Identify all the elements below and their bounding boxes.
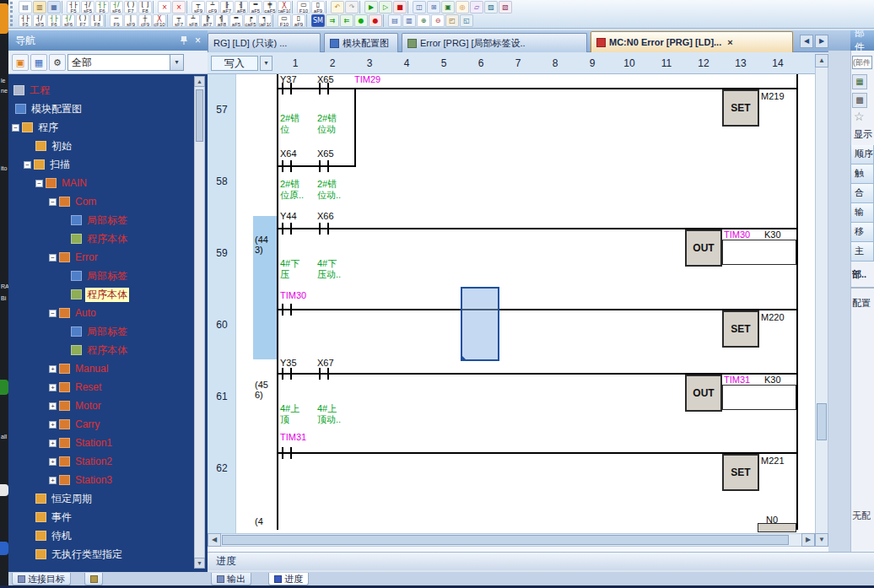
toolbar-icon[interactable]: ┬sF9 bbox=[192, 1, 205, 13]
toolbar-icon[interactable]: ↶ bbox=[331, 1, 344, 13]
tree-expand-toggle[interactable]: − bbox=[24, 161, 31, 169]
contact-x66[interactable] bbox=[319, 223, 329, 235]
toolbar-icon[interactable]: ┤/sF5 bbox=[81, 1, 94, 13]
toolbar-icon[interactable]: ╕caF10 bbox=[258, 14, 272, 27]
toolbar-icon[interactable]: ┤/sF5 bbox=[33, 14, 46, 27]
tab-scroll-left-button[interactable]: ◀ bbox=[800, 35, 813, 48]
nav-tree-item[interactable]: + Motor bbox=[8, 396, 192, 415]
toolbar-icon[interactable]: ⊕ bbox=[417, 14, 430, 27]
nav-tree-item[interactable]: + Station2 bbox=[8, 452, 192, 471]
toolbar-icon[interactable]: ┤├F6 bbox=[95, 1, 109, 13]
toolbar-icon[interactable]: ┤├F6 bbox=[47, 14, 61, 27]
contact-x65[interactable] bbox=[319, 83, 329, 94]
toolbar-icon[interactable]: ╢aF8 bbox=[235, 1, 248, 13]
nav-tree-item[interactable]: 程序本体 bbox=[8, 229, 192, 248]
tree-expand-toggle[interactable]: + bbox=[49, 477, 57, 484]
set-coil-m221[interactable]: SET bbox=[722, 454, 759, 491]
panel-splitter[interactable] bbox=[828, 51, 850, 552]
toolbar-icon[interactable]: ╠aF7 bbox=[201, 14, 214, 27]
element-category-row[interactable]: 输 bbox=[850, 203, 874, 223]
nav-sort-icon[interactable]: ▦ bbox=[30, 54, 47, 71]
toolbar-drag-handle[interactable] bbox=[10, 15, 14, 26]
toolbar-icon[interactable]: ╣aF8 bbox=[215, 14, 229, 27]
bottom-tab-connection[interactable]: 连接目标 bbox=[12, 573, 71, 585]
toolbar-icon[interactable]: ┴sF8 bbox=[186, 14, 200, 27]
toolbar-icon[interactable]: ( )F7 bbox=[76, 14, 89, 27]
contact-x64[interactable] bbox=[282, 160, 292, 172]
toolbar-icon[interactable]: ╒caF5 bbox=[244, 14, 257, 27]
toolbar-icon[interactable]: × bbox=[158, 1, 171, 13]
bottom-tab-progress[interactable]: 进度 bbox=[268, 573, 309, 585]
toolbar-icon[interactable]: ◱ bbox=[460, 14, 473, 27]
tree-expand-toggle[interactable]: + bbox=[49, 458, 57, 466]
toolbar-icon[interactable]: SM bbox=[311, 14, 325, 27]
element-panel-tool-icon[interactable]: ▩ bbox=[852, 93, 867, 108]
tab-module-configuration[interactable]: 模块配置图 bbox=[324, 33, 398, 52]
nav-tree-item[interactable]: 程序本体 bbox=[8, 285, 192, 304]
toolbar-icon[interactable]: ▦ bbox=[47, 1, 61, 13]
nav-tree-item[interactable]: 程序本体 bbox=[8, 341, 192, 359]
nav-tree-item[interactable]: 恒定周期 bbox=[8, 489, 192, 508]
close-icon[interactable]: × bbox=[195, 35, 201, 46]
nav-tree-item[interactable]: − 扫描 bbox=[8, 155, 192, 174]
toolbar-icon[interactable]: ┤├F5 bbox=[19, 14, 32, 27]
tree-expand-toggle[interactable]: + bbox=[49, 384, 57, 391]
chevron-down-icon[interactable]: ▾ bbox=[170, 55, 183, 70]
nav-tree-item[interactable]: 无执行类型指定 bbox=[8, 545, 192, 564]
scroll-right-button[interactable]: ▶ bbox=[801, 533, 815, 547]
toolbar-icon[interactable]: ■ bbox=[393, 1, 407, 13]
nav-tree-item[interactable]: − MAIN bbox=[8, 174, 192, 192]
toolbar-icon[interactable]: ▥ bbox=[33, 1, 46, 13]
out-operand-frame-tim30[interactable] bbox=[722, 240, 796, 265]
out-coil-tim30[interactable]: OUT bbox=[685, 229, 722, 267]
bottom-tab-output[interactable]: 输出 bbox=[211, 573, 251, 585]
element-category-row[interactable]: 主 bbox=[850, 242, 874, 262]
toolbar-icon[interactable]: ▥ bbox=[402, 14, 416, 27]
nav-tree-item[interactable]: + Station1 bbox=[8, 434, 192, 452]
nav-tree-item[interactable]: 待机 bbox=[8, 526, 192, 545]
horizontal-scrollbar-thumb[interactable] bbox=[222, 535, 789, 545]
nav-tree-item[interactable]: + Reset bbox=[8, 378, 192, 396]
tab-error-local-label[interactable]: Error [PRG] [局部标签设.. bbox=[402, 33, 587, 52]
desktop-icon-orange[interactable] bbox=[0, 3, 8, 34]
toolbar-icon[interactable]: ┤/sF6 bbox=[110, 1, 123, 13]
tab-error-ladder-active[interactable]: MC:N0 Error [PRG] [LD]... × bbox=[591, 31, 793, 52]
contact-y44[interactable] bbox=[282, 223, 292, 235]
toolbar-icon[interactable]: ( )F7 bbox=[124, 1, 138, 13]
toolbar-icon[interactable]: ▤ bbox=[388, 14, 402, 27]
toolbar-icon[interactable]: ╳cF10 bbox=[153, 14, 166, 27]
toolbar-icon[interactable]: ▣ bbox=[441, 1, 455, 13]
toolbar-icon[interactable]: [ ]F8 bbox=[138, 1, 152, 13]
contact-x67[interactable] bbox=[319, 368, 329, 380]
toolbar-icon[interactable]: ╟aF7 bbox=[220, 1, 234, 13]
favorite-star-icon[interactable]: ☆ bbox=[854, 110, 865, 123]
toolbar-icon[interactable]: × bbox=[172, 1, 186, 13]
tree-expand-toggle[interactable]: + bbox=[49, 365, 57, 373]
bottom-tab-partial[interactable] bbox=[84, 573, 103, 585]
desktop-icon-blue[interactable] bbox=[0, 542, 8, 555]
nav-tree-item[interactable]: 工程 bbox=[8, 81, 192, 100]
toolbar-icon[interactable]: ◎ bbox=[456, 1, 469, 13]
set-coil-m219[interactable]: SET bbox=[722, 89, 759, 127]
nav-scroll-down-button[interactable]: ▼ bbox=[194, 558, 205, 569]
toolbar-icon[interactable]: ▷ bbox=[379, 1, 392, 13]
nav-tree-item[interactable]: 局部标签 bbox=[8, 211, 192, 229]
toolbar-icon[interactable]: ┬sF7 bbox=[172, 14, 186, 27]
toolbar-icon[interactable]: ═aF5 bbox=[249, 1, 262, 13]
tree-expand-toggle[interactable]: − bbox=[49, 254, 57, 262]
toolbar-icon[interactable]: ▯aF9 bbox=[311, 1, 325, 13]
toolbar-icon[interactable]: ▯aF9 bbox=[292, 14, 305, 27]
edit-cursor[interactable] bbox=[461, 287, 499, 361]
vertical-scrollbar-thumb[interactable] bbox=[817, 403, 827, 440]
nav-view-icon[interactable]: ▣ bbox=[12, 54, 29, 71]
nav-tree-item[interactable]: + Carry bbox=[8, 415, 192, 434]
toolbar-icon[interactable]: ↷ bbox=[345, 1, 359, 13]
toolbar-icon[interactable]: ╪caF5 bbox=[263, 1, 277, 13]
toolbar-icon[interactable]: ▤ bbox=[19, 1, 32, 13]
toolbar-icon[interactable]: ╳caF10 bbox=[278, 1, 291, 13]
toolbar-icon[interactable]: ● bbox=[369, 14, 382, 27]
toolbar-icon[interactable]: │sF9 bbox=[124, 14, 138, 27]
toolbar-icon[interactable]: ⊞ bbox=[427, 1, 440, 13]
nav-tree-item[interactable]: 初始 bbox=[8, 137, 192, 155]
toolbar-icon[interactable]: ⇇ bbox=[340, 14, 353, 27]
